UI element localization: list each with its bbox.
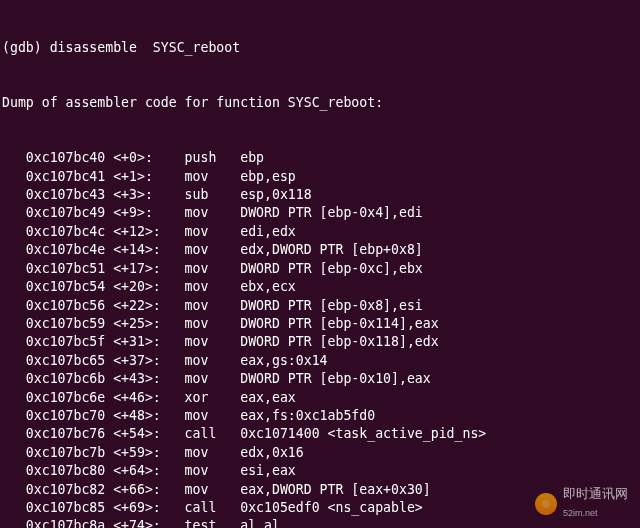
disassembly-line: 0xc107bc80 <+64>: mov esi,eax: [2, 462, 640, 480]
disassembly-line: 0xc107bc5f <+31>: mov DWORD PTR [ebp-0x1…: [2, 333, 640, 351]
dump-header: Dump of assembler code for function SYSC…: [2, 94, 640, 112]
disassembly-line: 0xc107bc7b <+59>: mov edx,0x16: [2, 444, 640, 462]
watermark-text-main: 即时通讯网: [563, 485, 628, 503]
disassembly-line: 0xc107bc6b <+43>: mov DWORD PTR [ebp-0x1…: [2, 370, 640, 388]
terminal-output[interactable]: (gdb) disassemble SYSC_reboot Dump of as…: [0, 0, 640, 528]
disassembly-line: 0xc107bc40 <+0>: push ebp: [2, 149, 640, 167]
disassembly-line: 0xc107bc51 <+17>: mov DWORD PTR [ebp-0xc…: [2, 260, 640, 278]
disassembly-line: 0xc107bc4e <+14>: mov edx,DWORD PTR [ebp…: [2, 241, 640, 259]
disassembly-line: 0xc107bc65 <+37>: mov eax,gs:0x14: [2, 352, 640, 370]
disassembly-line: 0xc107bc41 <+1>: mov ebp,esp: [2, 168, 640, 186]
disassembly-line: 0xc107bc49 <+9>: mov DWORD PTR [ebp-0x4]…: [2, 204, 640, 222]
disassembly-block-1: 0xc107bc40 <+0>: push ebp 0xc107bc41 <+1…: [2, 149, 640, 528]
disassembly-line: 0xc107bc4c <+12>: mov edi,edx: [2, 223, 640, 241]
disassembly-line: 0xc107bc56 <+22>: mov DWORD PTR [ebp-0x8…: [2, 297, 640, 315]
watermark-icon: [535, 493, 557, 515]
gdb-prompt: (gdb): [2, 40, 50, 55]
gdb-command: disassemble SYSC_reboot: [50, 40, 241, 55]
disassembly-line: 0xc107bc59 <+25>: mov DWORD PTR [ebp-0x1…: [2, 315, 640, 333]
watermark-text-sub: 52im.net: [563, 504, 632, 522]
watermark: 即时通讯网 52im.net: [535, 485, 632, 522]
gdb-prompt-line: (gdb) disassemble SYSC_reboot: [2, 39, 640, 57]
disassembly-line: 0xc107bc54 <+20>: mov ebx,ecx: [2, 278, 640, 296]
disassembly-line: 0xc107bc76 <+54>: call 0xc1071400 <task_…: [2, 425, 640, 443]
disassembly-line: 0xc107bc70 <+48>: mov eax,fs:0xc1ab5fd0: [2, 407, 640, 425]
disassembly-line: 0xc107bc43 <+3>: sub esp,0x118: [2, 186, 640, 204]
disassembly-line: 0xc107bc6e <+46>: xor eax,eax: [2, 389, 640, 407]
